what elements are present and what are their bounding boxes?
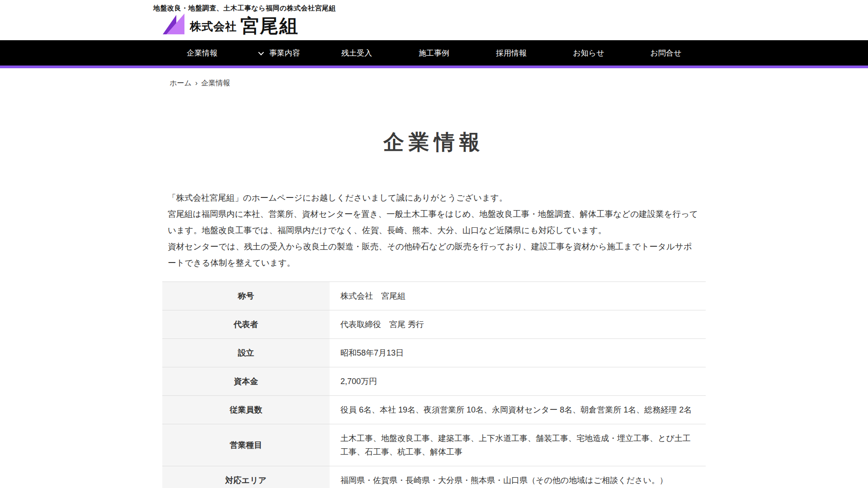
row-value: 福岡県・佐賀県・長崎県・大分県・熊本県・山口県（その他の地域はご相談ください。） — [330, 466, 706, 488]
company-info-table: 称号 株式会社 宮尾組 代表者 代表取締役 宮尾 秀行 設立 昭和58年7月13… — [162, 282, 706, 488]
table-row: 資本金 2,700万円 — [162, 367, 706, 396]
row-value: 昭和58年7月13日 — [330, 339, 706, 367]
table-row: 設立 昭和58年7月13日 — [162, 339, 706, 367]
nav-item[interactable]: 残土受入 — [318, 40, 396, 66]
nav-item-label: 事業内容 — [269, 48, 300, 58]
twin-triangles-logo-icon — [163, 14, 184, 34]
table-row: 対応エリア 福岡県・佐賀県・長崎県・大分県・熊本県・山口県（その他の地域はご相談… — [162, 466, 706, 488]
row-label: 対応エリア — [162, 466, 330, 488]
table-row: 従業員数 役員 6名、本社 19名、夜須営業所 10名、永岡資材センター 8名、… — [162, 396, 706, 424]
chevron-down-icon — [258, 49, 264, 55]
table-row: 営業種目 土木工事、地盤改良工事、建築工事、上下水道工事、舗装工事、宅地造成・埋… — [162, 424, 706, 466]
nav-list: 企業情報 事業内容 残土受入 施工事例 採用情報 お知らせ お問合せ — [0, 40, 868, 66]
row-label: 従業員数 — [162, 396, 330, 424]
main-content: 企業情報 「株式会社宮尾組」のホームページにお越しくださいまして誠にありがとうご… — [0, 130, 868, 488]
intro-paragraphs: 「株式会社宮尾組」のホームページにお越しくださいまして誠にありがとうございます。… — [168, 190, 700, 271]
nav-item[interactable]: 企業情報 — [164, 40, 241, 66]
breadcrumb: ホーム›企業情報 — [170, 79, 868, 88]
breadcrumb-current: 企業情報 — [201, 79, 230, 87]
nav-item[interactable]: 採用情報 — [473, 40, 550, 66]
row-value: 土木工事、地盤改良工事、建築工事、上下水道工事、舗装工事、宅地造成・埋立工事、と… — [330, 424, 706, 466]
table-row: 代表者 代表取締役 宮尾 秀行 — [162, 310, 706, 339]
site-header: 地盤改良・地盤調査、土木工事なら福岡の株式会社宮尾組 株式会社 宮尾組 — [0, 0, 868, 40]
nav-item[interactable]: 施工事例 — [396, 40, 473, 66]
row-value: 代表取締役 宮尾 秀行 — [330, 310, 706, 339]
row-label: 設立 — [162, 339, 330, 367]
intro-paragraph: 宮尾組は福岡県内に本社、営業所、資材センターを置き、一般土木工事をはじめ、地盤改… — [168, 206, 700, 239]
header-tagline: 地盤改良・地盤調査、土木工事なら福岡の株式会社宮尾組 — [153, 4, 336, 13]
nav-item[interactable]: お問合せ — [627, 40, 705, 66]
nav-item-label: 企業情報 — [187, 48, 217, 58]
nav-item-label: 施工事例 — [419, 48, 449, 58]
breadcrumb-separator: › — [195, 79, 198, 87]
table-row: 称号 株式会社 宮尾組 — [162, 282, 706, 310]
breadcrumb-home-link[interactable]: ホーム — [170, 79, 192, 87]
nav-item-label: お問合せ — [651, 48, 682, 58]
row-label: 営業種目 — [162, 424, 330, 466]
logo[interactable]: 株式会社 宮尾組 — [163, 14, 299, 35]
nav-item[interactable]: 事業内容 — [241, 40, 318, 66]
nav-item-label: 採用情報 — [496, 48, 527, 58]
row-label: 代表者 — [162, 310, 330, 339]
row-label: 資本金 — [162, 367, 330, 396]
logo-company-name: 宮尾組 — [241, 17, 299, 35]
nav-item-label: お知らせ — [573, 48, 604, 58]
intro-paragraph: 「株式会社宮尾組」のホームページにお越しくださいまして誠にありがとうございます。 — [168, 190, 700, 206]
row-value: 2,700万円 — [330, 367, 706, 396]
row-label: 称号 — [162, 282, 330, 310]
row-value: 役員 6名、本社 19名、夜須営業所 10名、永岡資材センター 8名、朝倉営業所… — [330, 396, 706, 424]
logo-text: 株式会社 宮尾組 — [190, 17, 299, 35]
logo-company-prefix: 株式会社 — [190, 19, 237, 34]
row-value: 株式会社 宮尾組 — [330, 282, 706, 310]
nav-item-label: 残土受入 — [341, 48, 372, 58]
nav-item[interactable]: お知らせ — [550, 40, 627, 66]
main-nav: 企業情報 事業内容 残土受入 施工事例 採用情報 お知らせ お問合せ — [0, 40, 868, 68]
page-title: 企業情報 — [0, 130, 868, 154]
intro-paragraph: 資材センターでは、残土の受入から改良土の製造・販売、その他砕石などの販売を行って… — [168, 239, 700, 271]
